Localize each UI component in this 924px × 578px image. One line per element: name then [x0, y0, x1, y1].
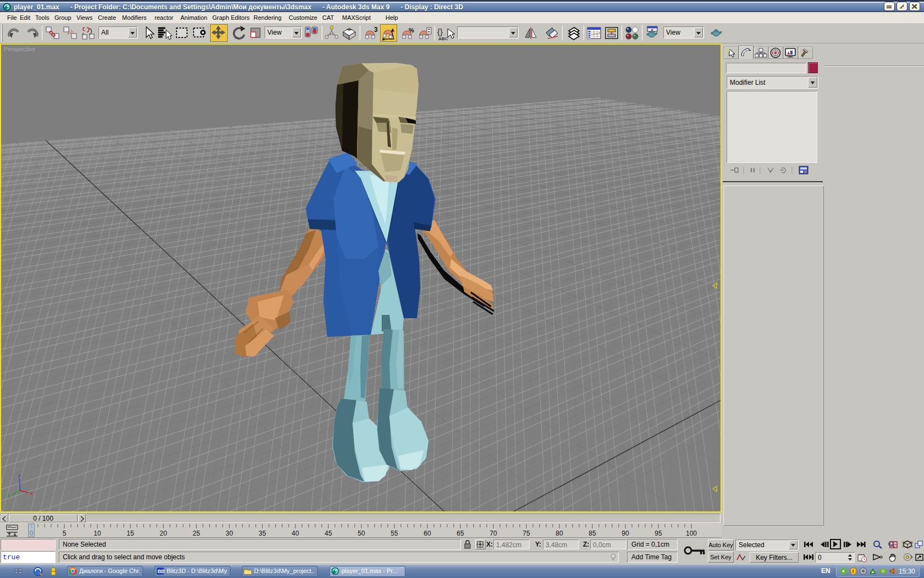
- svg-text:20: 20: [160, 530, 167, 537]
- svg-text:!: !: [853, 569, 854, 574]
- svg-text:75: 75: [522, 530, 530, 537]
- svg-text:%: %: [409, 27, 414, 34]
- svg-text:60: 60: [424, 530, 431, 537]
- svg-text:55: 55: [391, 530, 398, 537]
- svg-text:15: 15: [127, 530, 134, 537]
- svg-text:{}: {}: [437, 27, 443, 36]
- svg-text:x: x: [30, 490, 33, 496]
- svg-text:65: 65: [457, 530, 464, 537]
- svg-text:BB: BB: [158, 569, 165, 574]
- svg-text:10: 10: [94, 530, 101, 537]
- svg-text:z: z: [18, 473, 21, 478]
- svg-text:70: 70: [490, 530, 497, 537]
- svg-text:100: 100: [686, 530, 697, 537]
- svg-text:30: 30: [226, 530, 233, 537]
- svg-text:90: 90: [622, 530, 629, 537]
- svg-text:3: 3: [374, 26, 378, 34]
- svg-text:95: 95: [654, 530, 662, 537]
- svg-text:ABC: ABC: [438, 36, 448, 41]
- svg-text:25: 25: [193, 530, 200, 537]
- svg-text:5: 5: [63, 530, 67, 537]
- svg-text:80: 80: [556, 530, 563, 537]
- svg-text:y: y: [8, 493, 10, 498]
- svg-text:45: 45: [324, 530, 332, 537]
- svg-text:40: 40: [292, 530, 299, 537]
- svg-text:35: 35: [258, 530, 266, 537]
- svg-text:Perspective: Perspective: [4, 46, 35, 52]
- svg-text:50: 50: [358, 530, 365, 537]
- svg-text:85: 85: [588, 530, 596, 537]
